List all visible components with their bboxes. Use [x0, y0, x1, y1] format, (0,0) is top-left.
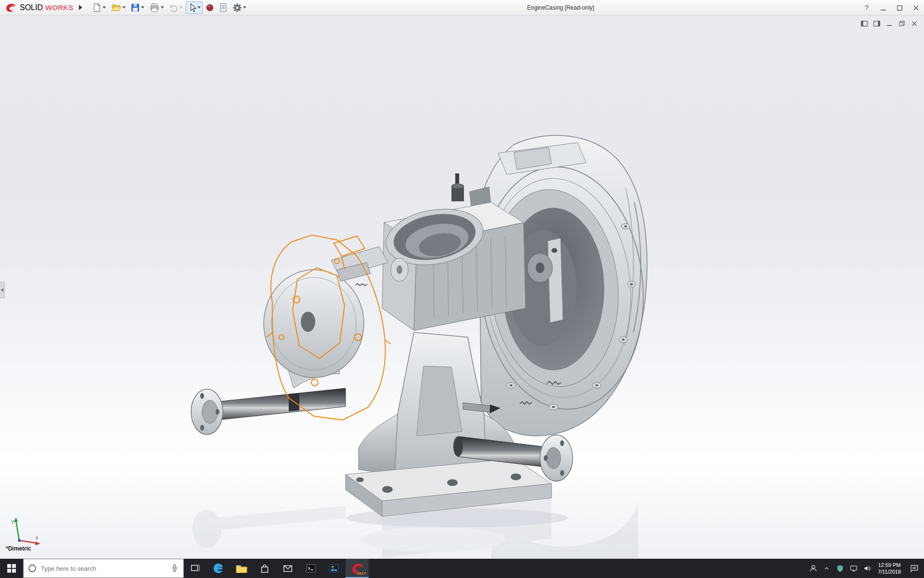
- print-button[interactable]: [147, 1, 166, 14]
- file-properties-button[interactable]: [217, 1, 230, 14]
- open-button[interactable]: [109, 1, 128, 14]
- task-view-icon: [190, 563, 201, 574]
- display-pane-icon[interactable]: [872, 19, 882, 28]
- new-document-icon: [92, 2, 102, 13]
- security-shield-icon[interactable]: [834, 559, 847, 578]
- view-orientation-label: *Dimetric: [6, 545, 31, 552]
- rebuild-button[interactable]: [204, 1, 216, 14]
- dropdown-caret-icon[interactable]: [103, 6, 106, 9]
- cortana-ring-icon: [27, 564, 37, 573]
- select-cursor-icon: [188, 3, 196, 13]
- solidworks-window: SOLIDWORKS: [0, 0, 924, 578]
- print-icon: [149, 2, 160, 13]
- network-icon[interactable]: [847, 559, 860, 578]
- dropdown-caret-icon[interactable]: [141, 6, 144, 9]
- open-folder-icon: [111, 2, 121, 13]
- store-taskbar-button[interactable]: [253, 559, 276, 578]
- menu-flyout-arrow-icon[interactable]: [77, 2, 85, 13]
- titlebar: SOLIDWORKS: [0, 0, 924, 15]
- select-tool-button[interactable]: [186, 1, 203, 14]
- undo-button[interactable]: [167, 1, 185, 14]
- minimize-button[interactable]: [875, 0, 891, 15]
- volume-icon[interactable]: [860, 559, 874, 578]
- standard-toolbar: [90, 1, 248, 14]
- command-prompt-taskbar-button[interactable]: [299, 559, 322, 578]
- dropdown-caret-icon[interactable]: [197, 6, 201, 9]
- save-button[interactable]: [128, 1, 146, 14]
- task-view-button[interactable]: [184, 559, 207, 578]
- taskbar-search[interactable]: [23, 559, 184, 578]
- left-cover-plate: [264, 247, 388, 388]
- clock-time: 12:59 PM: [878, 562, 901, 568]
- graphics-viewport[interactable]: y x *Dimetric: [0, 15, 924, 559]
- orientation-triad: y x: [11, 515, 44, 549]
- options-gear-icon: [232, 3, 242, 13]
- document-window-controls: [860, 19, 919, 28]
- save-icon: [130, 3, 140, 13]
- document-restore-button[interactable]: [897, 19, 907, 28]
- cylinder-block: [382, 202, 526, 330]
- options-button[interactable]: [231, 1, 248, 14]
- taskbar: 2017 12:59 PM 7/11/2: [0, 559, 924, 578]
- clock-date: 7/11/2018: [878, 568, 901, 575]
- dropdown-caret-icon[interactable]: [243, 6, 246, 9]
- collapse-arrow-icon: [1, 288, 3, 292]
- hidden-icons-chevron-icon[interactable]: [820, 559, 834, 578]
- engine-casing-model[interactable]: [0, 15, 924, 559]
- solidworks-version-badge: 2017: [357, 571, 366, 576]
- brand-text-works: WORKS: [45, 3, 74, 12]
- document-close-button[interactable]: [910, 19, 919, 28]
- new-document-button[interactable]: [90, 1, 108, 14]
- windows-start-icon: [7, 564, 16, 573]
- file-properties-icon: [219, 3, 228, 13]
- store-bag-icon: [259, 563, 270, 574]
- document-minimize-button[interactable]: [885, 19, 894, 28]
- maximize-button[interactable]: [891, 0, 908, 15]
- system-tray: 12:59 PM 7/11/2018: [807, 559, 924, 578]
- window-controls: ?: [859, 0, 924, 15]
- rebuild-icon: [205, 3, 214, 12]
- people-icon[interactable]: [807, 559, 820, 578]
- file-explorer-icon: [235, 563, 248, 574]
- mail-taskbar-button[interactable]: [276, 559, 299, 578]
- mail-envelope-icon: [282, 563, 294, 574]
- dropdown-caret-icon[interactable]: [180, 6, 183, 9]
- start-button[interactable]: [0, 559, 23, 578]
- close-button[interactable]: [908, 0, 924, 15]
- dropdown-caret-icon[interactable]: [161, 6, 164, 9]
- photos-icon: [328, 563, 340, 574]
- feature-pane-icon[interactable]: [860, 19, 869, 28]
- solidworks-logo-icon: [5, 3, 17, 13]
- edge-icon: [212, 562, 225, 575]
- help-button[interactable]: ?: [859, 0, 875, 15]
- undo-icon: [169, 3, 179, 13]
- file-explorer-taskbar-button[interactable]: [230, 559, 253, 578]
- search-input[interactable]: [41, 565, 166, 572]
- solidworks-brand: SOLIDWORKS: [0, 3, 77, 13]
- brand-text-solid: SOLID: [20, 3, 43, 12]
- photos-taskbar-button[interactable]: [322, 559, 346, 578]
- solidworks-2017-taskbar-button[interactable]: 2017: [346, 559, 369, 578]
- dropdown-caret-icon[interactable]: [122, 6, 126, 9]
- document-title: EngineCasing [Read-only]: [527, 4, 594, 11]
- microphone-icon[interactable]: [170, 563, 180, 574]
- left-shaft: [191, 388, 346, 434]
- command-prompt-icon: [305, 563, 317, 574]
- action-center-icon: [910, 564, 919, 573]
- action-center-button[interactable]: [905, 559, 924, 578]
- taskbar-clock[interactable]: 12:59 PM 7/11/2018: [874, 562, 905, 575]
- edge-taskbar-button[interactable]: [207, 559, 230, 578]
- featuremanager-collapsed-tab[interactable]: [0, 282, 5, 298]
- triad-x-label: x: [36, 535, 38, 540]
- triad-y-label: y: [12, 519, 14, 524]
